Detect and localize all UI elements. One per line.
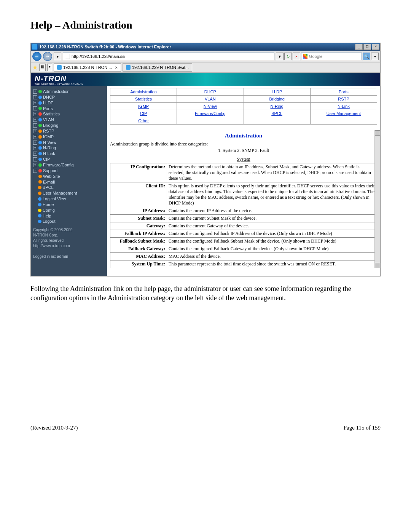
help-link-nring[interactable]: N-Ring xyxy=(271,104,284,109)
expand-icon[interactable]: + xyxy=(33,118,37,122)
row-val: This parameter represents the total time… xyxy=(167,260,377,268)
sidebar-item-rstp[interactable]: +RSTP xyxy=(33,128,105,134)
collapse-icon[interactable]: - xyxy=(33,169,37,173)
stop-button[interactable]: × xyxy=(293,53,300,60)
expand-icon[interactable]: + xyxy=(33,146,37,150)
system-subheader: System xyxy=(110,157,377,162)
sidebar-item-config[interactable]: Config xyxy=(33,208,105,213)
google-icon xyxy=(303,54,307,59)
sidebar-item-nlink[interactable]: +N-Link xyxy=(33,151,105,157)
sidebar-item-email[interactable]: E-mail xyxy=(33,179,105,185)
browser-tab-active[interactable]: 192.168.1.228 N-TRON ... × xyxy=(54,63,121,72)
refresh-button[interactable]: ↻ xyxy=(284,53,292,60)
search-box[interactable]: Google xyxy=(301,53,362,60)
sidebar-item-logicalview[interactable]: Logical View xyxy=(33,196,105,202)
tabs-dropdown[interactable]: ▾ xyxy=(47,64,52,71)
vertical-scrollbar[interactable] xyxy=(374,130,380,268)
expand-icon[interactable]: + xyxy=(33,106,37,110)
help-link-bpcl[interactable]: BPCL xyxy=(271,111,282,116)
ie-icon xyxy=(32,44,38,50)
help-link-ports[interactable]: Ports xyxy=(339,89,349,94)
help-link-statistics[interactable]: Statistics xyxy=(135,97,152,101)
help-link-rstp[interactable]: RSTP xyxy=(338,97,349,101)
expand-icon[interactable]: + xyxy=(33,101,37,105)
sidebar-item-dhcp[interactable]: +DHCP xyxy=(33,94,105,100)
quick-tabs-button[interactable]: ▦ xyxy=(39,64,46,71)
help-link-cip[interactable]: CIP xyxy=(140,111,147,116)
expand-icon[interactable]: + xyxy=(33,95,37,99)
sidebar-item-logout[interactable]: Logout xyxy=(33,219,105,224)
sidebar-item-label: Statistics xyxy=(43,111,60,117)
tab-close-icon[interactable]: × xyxy=(115,65,117,70)
bullet-icon xyxy=(38,203,41,206)
expand-icon[interactable]: + xyxy=(33,152,37,156)
search-dropdown[interactable]: ▾ xyxy=(371,53,379,60)
history-dropdown[interactable]: ▾ xyxy=(54,53,61,60)
sidebar-item-nview[interactable]: +N-View xyxy=(33,140,105,145)
expand-icon[interactable]: + xyxy=(33,112,37,116)
sidebar-item-nring[interactable]: +N-Ring xyxy=(33,145,105,151)
help-link-administration[interactable]: Administration xyxy=(130,89,157,94)
sidebar-item-bpcl[interactable]: BPCL xyxy=(33,185,105,190)
expand-icon[interactable]: + xyxy=(33,157,37,161)
browser-tab-inactive[interactable]: 192.168.1.229 N-TRON Swit... xyxy=(123,63,192,72)
row-val: Contains the configured Fallback IP Addr… xyxy=(167,230,377,238)
row-val: Contains the current Gateway of the devi… xyxy=(167,222,377,230)
help-link-firmware[interactable]: Firmware/Config xyxy=(195,111,226,116)
address-dropdown[interactable]: ▼ xyxy=(276,53,284,60)
sidebar-item-support[interactable]: -Support xyxy=(33,168,105,174)
sidebar-item-cip[interactable]: +CIP xyxy=(33,157,105,162)
sidebar-item-firmware[interactable]: +Firmware/Config xyxy=(33,162,105,168)
window-maximize-button[interactable]: □ xyxy=(363,44,371,50)
sidebar-item-lldp[interactable]: +LLDP xyxy=(33,100,105,106)
company-website[interactable]: http://www.n-tron.com xyxy=(33,243,105,249)
sidebar-item-administration[interactable]: +Administration xyxy=(33,89,105,94)
sidebar-item-label: Bridging xyxy=(43,123,58,128)
sidebar-item-label: N-Ring xyxy=(43,145,56,151)
window-close-button[interactable]: × xyxy=(372,44,379,50)
sidebar-item-ports[interactable]: +Ports xyxy=(33,106,105,112)
help-link-bridging[interactable]: Bridging xyxy=(269,97,284,101)
sidebar-item-help[interactable]: Help xyxy=(33,213,105,219)
sidebar-item-label: Logical View xyxy=(43,196,66,202)
favorites-icon[interactable] xyxy=(32,65,38,70)
sidebar-item-label: IGMP xyxy=(43,134,54,140)
nav-sidebar: +Administration +DHCP +LLDP +Ports +Stat… xyxy=(31,86,107,276)
expand-icon[interactable]: + xyxy=(33,123,37,128)
sidebar-item-bridging[interactable]: +Bridging xyxy=(33,123,105,128)
sidebar-item-label: N-View xyxy=(43,140,56,145)
logo-subtitle: THE INDUSTRIAL NETWORK COMPANY xyxy=(35,83,376,85)
address-bar[interactable]: http://192.168.1.228/main.ssi xyxy=(63,53,274,60)
expand-icon[interactable]: + xyxy=(33,129,37,133)
expand-icon[interactable]: + xyxy=(33,163,37,167)
sidebar-item-vlan[interactable]: +VLAN xyxy=(33,117,105,123)
main-content: Administration DHCP LLDP Ports Statistic… xyxy=(107,86,380,276)
help-link-dhcp[interactable]: DHCP xyxy=(204,89,216,94)
expand-icon[interactable]: + xyxy=(33,141,37,145)
help-link-lldp[interactable]: LLDP xyxy=(272,89,282,94)
bullet-icon xyxy=(38,101,42,105)
back-button[interactable]: ← xyxy=(32,52,41,61)
sidebar-item-usermgmt[interactable]: User Management xyxy=(33,190,105,196)
sidebar-item-igmp[interactable]: +IGMP xyxy=(33,134,105,140)
help-link-usermgmt[interactable]: User Management xyxy=(327,111,361,116)
expand-icon[interactable]: + xyxy=(33,135,37,139)
expand-icon[interactable]: + xyxy=(33,89,37,94)
help-link-other[interactable]: Other xyxy=(138,118,149,123)
sidebar-item-website[interactable]: Web Site xyxy=(33,174,105,179)
help-link-nview[interactable]: N-View xyxy=(204,104,217,109)
sidebar-item-label: Config xyxy=(43,208,55,213)
help-link-igmp[interactable]: IGMP xyxy=(138,104,149,109)
search-button[interactable]: 🔍 xyxy=(363,53,370,60)
help-link-vlan[interactable]: VLAN xyxy=(205,97,216,101)
forward-button[interactable]: → xyxy=(43,52,52,61)
sidebar-item-home[interactable]: Home xyxy=(33,202,105,208)
bullet-icon xyxy=(38,163,42,167)
tab-label: 192.168.1.228 N-TRON ... xyxy=(63,65,112,70)
body-paragraph: Following the Administration link on the… xyxy=(30,284,381,303)
sidebar-item-statistics[interactable]: +Statistics xyxy=(33,111,105,117)
bullet-icon xyxy=(38,209,41,212)
sidebar-item-label: User Management xyxy=(43,190,77,196)
window-minimize-button[interactable]: _ xyxy=(355,44,363,50)
help-link-nlink[interactable]: N-Link xyxy=(338,104,350,109)
